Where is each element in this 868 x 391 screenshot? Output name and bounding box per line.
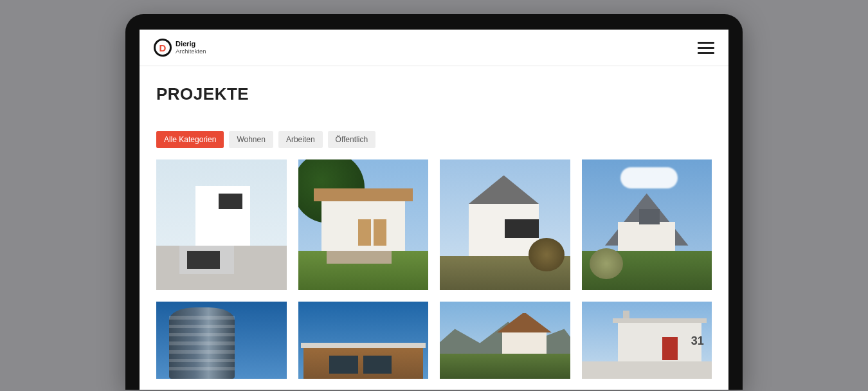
page-title: PROJEKTE — [156, 84, 712, 104]
page-content: PROJEKTE Alle Kategorien Wohnen Arbeiten… — [140, 66, 728, 379]
project-tile[interactable] — [440, 302, 570, 379]
brand-text: Dierig Architekten — [176, 41, 206, 55]
house-number: 31 — [691, 334, 704, 348]
brand-name: Dierig — [176, 41, 206, 48]
menu-icon[interactable] — [698, 42, 714, 54]
project-tile[interactable] — [440, 159, 570, 290]
screen: D Dierig Architekten PROJEKTE Alle Kateg… — [140, 30, 728, 390]
logo-letter: D — [159, 43, 167, 53]
filter-oeffentlich[interactable]: Öffentlich — [328, 131, 375, 148]
logo-badge-icon: D — [154, 39, 172, 57]
project-tile[interactable] — [582, 159, 712, 290]
monitor-bezel: D Dierig Architekten PROJEKTE Alle Kateg… — [125, 14, 743, 390]
filter-bar: Alle Kategorien Wohnen Arbeiten Öffentli… — [156, 131, 712, 148]
brand-logo[interactable]: D Dierig Architekten — [154, 39, 206, 57]
filter-wohnen[interactable]: Wohnen — [229, 131, 273, 148]
project-tile[interactable] — [298, 302, 429, 379]
filter-all[interactable]: Alle Kategorien — [156, 131, 224, 148]
filter-arbeiten[interactable]: Arbeiten — [278, 131, 323, 148]
site-header: D Dierig Architekten — [140, 30, 728, 66]
project-grid: 31 — [156, 302, 712, 379]
project-tile[interactable] — [156, 302, 287, 379]
project-tile[interactable] — [156, 159, 287, 290]
brand-subtitle: Architekten — [176, 48, 206, 55]
project-tile[interactable]: 31 — [582, 302, 712, 379]
project-tile[interactable] — [298, 159, 429, 290]
project-grid — [156, 159, 712, 290]
monitor-frame: D Dierig Architekten PROJEKTE Alle Kateg… — [125, 14, 743, 390]
